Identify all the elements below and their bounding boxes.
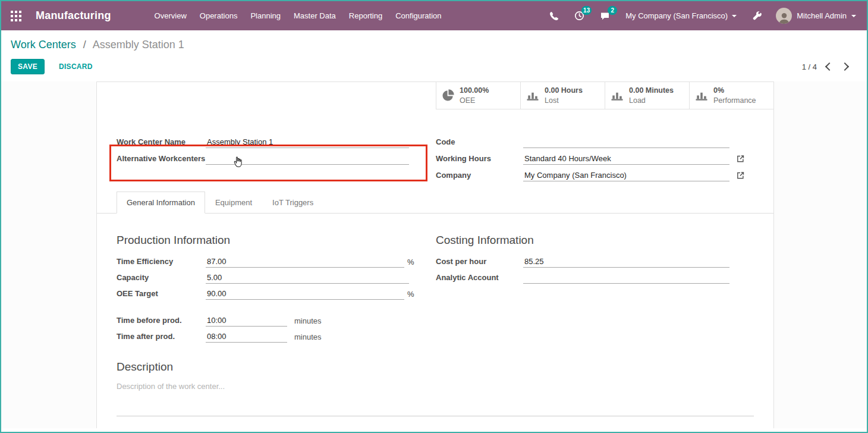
field-row-time-before-prod: Time before prod. 10:00 minutes [117,314,436,327]
description-section: Description Description of the work cent… [97,346,773,416]
field-row-oee-target: OEE Target 90.00 % [117,287,436,300]
working-hours-external-link-icon[interactable] [737,155,744,162]
oee-target-label: OEE Target [117,287,206,299]
field-row-work-center-name: Work Center Name Assembly Station 1 [117,136,436,148]
menu-configuration[interactable]: Configuration [389,1,448,30]
breadcrumb-current: Assembly Station 1 [93,39,184,51]
percent-suffix: % [407,287,414,299]
field-row-alternative-workcenters: Alternative Workcenters [117,152,436,165]
menu-operations[interactable]: Operations [193,1,244,30]
alternative-workcenters-select[interactable] [206,152,409,165]
user-menu[interactable]: Mitchell Admin [770,1,861,30]
apps-menu-icon[interactable] [5,1,27,30]
description-textarea[interactable]: Description of the work center... [117,382,754,391]
cost-per-hour-input[interactable]: 85.25 [523,255,729,268]
time-efficiency-input[interactable]: 87.00 [206,255,404,268]
menu-overview[interactable]: Overview [148,1,193,30]
field-row-working-hours: Working Hours Standard 40 Hours/Week [436,152,773,165]
field-row-capacity: Capacity 5.00 [117,271,436,284]
chevron-down-icon [732,15,737,17]
costing-information-title: Costing Information [436,234,773,247]
field-row-cost-per-hour: Cost per hour 85.25 [436,255,773,268]
time-before-prod-label: Time before prod. [117,314,206,326]
menu-master-data[interactable]: Master Data [287,1,342,30]
pager-next-icon[interactable] [841,62,849,71]
pager-value: 1 / 4 [802,62,817,71]
analytic-account-label: Analytic Account [436,271,523,283]
phone-glyph-icon [549,11,559,21]
percent-suffix: % [407,255,414,266]
form-sheet: 100.00% OEE [96,81,774,428]
company-label: Company [436,169,523,181]
time-after-prod-label: Time after prod. [117,330,206,342]
oee-target-input[interactable]: 90.00 [206,287,404,300]
tab-content-general-information: Production Information Time Efficiency 8… [97,214,773,346]
menu-reporting[interactable]: Reporting [342,1,389,30]
avatar [776,8,792,24]
content-area: 100.00% OEE [1,81,867,428]
wrench-glyph-icon [752,11,762,21]
activity-clock-icon[interactable]: 13 [567,1,592,30]
form-right-column: Code Working Hours Standard 40 Hours/Wee… [436,136,773,186]
phone-icon[interactable] [542,1,567,30]
debug-wrench-icon[interactable] [744,1,770,30]
analytic-account-select[interactable] [523,271,729,284]
production-information-title: Production Information [117,234,436,247]
time-before-prod-input[interactable]: 10:00 [206,314,287,327]
discard-button[interactable]: DISCARD [55,62,96,71]
app-window: Manufacturing Overview Operations Planni… [0,0,868,433]
minutes-suffix: minutes [294,330,322,341]
code-label: Code [436,136,523,148]
app-name[interactable]: Manufacturing [36,10,111,22]
minutes-suffix: minutes [294,314,322,325]
control-panel: Work Centers / Assembly Station 1 SAVE D… [1,30,867,81]
field-row-time-after-prod: Time after prod. 08:00 minutes [117,330,436,343]
tab-equipment[interactable]: Equipment [205,192,262,214]
pager-previous-icon[interactable] [825,62,834,71]
working-hours-label: Working Hours [436,152,523,164]
work-center-name-label: Work Center Name [117,136,206,148]
costing-information-section: Costing Information Cost per hour 85.25 … [436,234,773,346]
production-information-section: Production Information Time Efficiency 8… [117,234,436,346]
company-switcher[interactable]: My Company (San Francisco) [618,1,744,30]
grid-icon [11,11,21,21]
field-row-company: Company My Company (San Francisco) [436,169,773,181]
field-row-code: Code [436,136,773,148]
person-icon [778,11,791,24]
pager: 1 / 4 [802,62,857,71]
working-hours-select[interactable]: Standard 40 Hours/Week [523,152,729,165]
breadcrumb-work-centers[interactable]: Work Centers [11,39,76,51]
cost-per-hour-label: Cost per hour [436,255,523,267]
spacer [117,303,436,314]
capacity-label: Capacity [117,271,206,283]
time-after-prod-input[interactable]: 08:00 [206,330,287,343]
field-row-analytic-account: Analytic Account [436,271,773,284]
form-left-column: Work Center Name Assembly Station 1 Alte… [97,136,436,186]
breadcrumb-separator: / [83,39,86,51]
company-select[interactable]: My Company (San Francisco) [523,169,729,181]
top-navbar: Manufacturing Overview Operations Planni… [1,1,867,30]
app-menus: Overview Operations Planning Master Data… [148,1,448,30]
time-efficiency-label: Time Efficiency [117,255,206,267]
field-row-time-efficiency: Time Efficiency 87.00 % [117,255,436,268]
systray: 13 2 My Company (San Francisco) [542,1,861,30]
code-input[interactable] [523,136,729,148]
tab-iot-triggers[interactable]: IoT Triggers [262,192,323,214]
capacity-input[interactable]: 5.00 [206,271,409,284]
description-underline [117,391,754,416]
user-name: Mitchell Admin [797,11,847,20]
form-header-fields: Work Center Name Assembly Station 1 Alte… [97,82,773,186]
control-panel-actions: SAVE DISCARD 1 / 4 [11,59,857,81]
notebook-tabs: General Information Equipment IoT Trigge… [97,192,773,214]
company-switcher-label: My Company (San Francisco) [625,11,728,20]
activity-badge: 13 [581,6,592,15]
work-center-name-input[interactable]: Assembly Station 1 [206,136,409,148]
alternative-workcenters-label: Alternative Workcenters [117,152,206,164]
description-title: Description [117,360,754,374]
save-button[interactable]: SAVE [11,59,45,74]
company-external-link-icon[interactable] [737,171,744,179]
messages-icon[interactable]: 2 [592,1,618,30]
messages-badge: 2 [608,6,617,15]
menu-planning[interactable]: Planning [244,1,287,30]
tab-general-information[interactable]: General Information [117,192,205,214]
